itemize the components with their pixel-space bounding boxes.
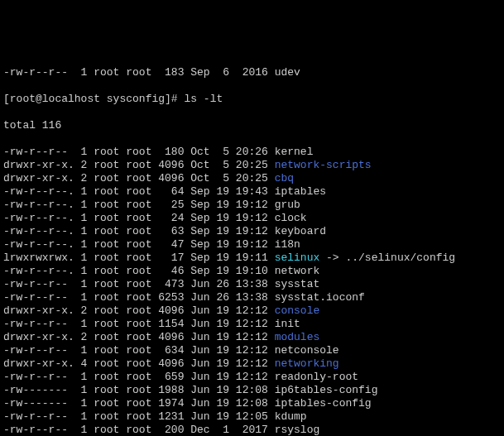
file-name: netconsole	[275, 344, 339, 357]
file-name: rsyslog	[275, 424, 320, 436]
list-row: -rw-r--r-- 1 root root 659 Jun 19 12:12 …	[3, 371, 501, 384]
list-row: -rw-r--r-- 1 root root 200 Dec 1 2017 rs…	[3, 424, 501, 436]
list-row: -rw-r--r-- 1 root root 1154 Jun 19 12:12…	[3, 318, 501, 331]
partial-top-line: -rw-r--r-- 1 root root 183 Sep 6 2016 ud…	[3, 66, 501, 79]
file-name: grub	[275, 199, 300, 211]
link-target: -> ../selinux/config	[319, 252, 455, 264]
dir-name: networking	[275, 357, 339, 370]
file-name: kernel	[275, 146, 314, 158]
file-name: keyboard	[275, 225, 326, 237]
file-name: ip6tables-config	[275, 384, 378, 396]
file-name: kdump	[275, 410, 307, 423]
file-name: i18n	[275, 238, 300, 251]
prompt-line-top: [root@localhost sysconfig]# ls -lt	[3, 93, 501, 106]
list-row: -rw-r--r--. 1 root root 47 Sep 19 19:12 …	[3, 238, 501, 252]
list-row: drwxr-xr-x. 4 root root 4096 Jun 19 12:1…	[3, 357, 501, 371]
file-name: init	[275, 318, 300, 330]
file-name: iptables	[275, 185, 326, 198]
file-name: udev	[275, 66, 300, 79]
list-row: lrwxrwxrwx. 1 root root 17 Sep 19 19:11 …	[3, 252, 501, 265]
list-row: -rw-r--r--. 1 root root 25 Sep 19 19:12 …	[3, 199, 501, 212]
prompt-text: [root@localhost sysconfig]#	[3, 93, 178, 105]
file-name: iptables-config	[275, 397, 372, 410]
list-row: -rw-r--r-- 1 root root 634 Jun 19 12:12 …	[3, 344, 501, 357]
list-row: -rw-r--r-- 1 root root 180 Oct 5 20:26 k…	[3, 146, 501, 159]
dir-name: cbq	[275, 172, 294, 184]
list-row: -rw-r--r-- 1 root root 6253 Jun 26 13:38…	[3, 291, 501, 304]
file-name: readonly-root	[275, 371, 358, 383]
list-row: -rw-r--r-- 1 root root 473 Jun 26 13:38 …	[3, 278, 501, 291]
link-name: selinux	[275, 252, 320, 264]
terminal[interactable]: -rw-r--r-- 1 root root 183 Sep 6 2016 ud…	[0, 53, 504, 436]
list-row: drwxr-xr-x. 2 root root 4096 Jun 19 12:1…	[3, 304, 501, 318]
list-row: drwxr-xr-x. 2 root root 4096 Oct 5 20:25…	[3, 159, 501, 172]
file-name: sysstat	[275, 278, 320, 290]
file-name: network	[275, 265, 320, 277]
list-row: drwxr-xr-x. 2 root root 4096 Oct 5 20:25…	[3, 172, 501, 185]
file-name: sysstat.ioconf	[275, 291, 365, 304]
dir-name: console	[275, 304, 320, 317]
dir-name: network-scripts	[275, 159, 372, 171]
list-row: -rw-r--r--. 1 root root 46 Sep 19 19:10 …	[3, 265, 501, 278]
list-row: -rw-r--r--. 1 root root 24 Sep 19 19:12 …	[3, 212, 501, 225]
total-line: total 116	[3, 119, 501, 132]
list-row: -rw-r--r--. 1 root root 64 Sep 19 19:43 …	[3, 185, 501, 199]
list-row: -rw-r--r--. 1 root root 63 Sep 19 19:12 …	[3, 225, 501, 238]
file-name: clock	[275, 212, 307, 224]
list-row: drwxr-xr-x. 2 root root 4096 Jun 19 12:1…	[3, 331, 501, 344]
list-row: -rw-r--r-- 1 root root 1231 Jun 19 12:05…	[3, 410, 501, 424]
dir-name: modules	[275, 331, 320, 343]
list-row: -rw------- 1 root root 1974 Jun 19 12:08…	[3, 397, 501, 410]
list-row: -rw------- 1 root root 1988 Jun 19 12:08…	[3, 384, 501, 397]
command-text: ls -lt	[184, 93, 223, 105]
